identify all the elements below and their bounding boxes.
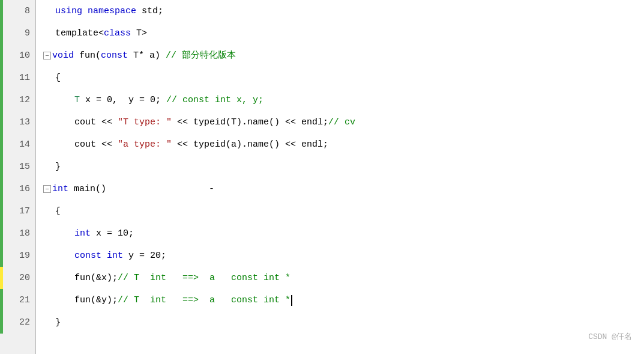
code-line: template<class T>	[41, 22, 644, 44]
code-token: void	[52, 44, 74, 67]
line-number: 22	[3, 311, 35, 334]
code-editor: 8910111213141516171819202122 using names…	[0, 0, 644, 354]
line-number: 17	[3, 200, 35, 222]
code-token	[82, 0, 88, 22]
line-number: 18	[3, 222, 35, 245]
text-cursor	[291, 295, 292, 306]
code-token: int	[52, 178, 68, 200]
code-line: }	[41, 156, 644, 178]
line-number: 19	[3, 245, 35, 267]
code-token: }	[55, 156, 61, 178]
collapse-button[interactable]: −	[43, 52, 51, 60]
line-number: 14	[3, 133, 35, 156]
code-token: template<	[55, 22, 104, 44]
code-token: "T type: "	[118, 111, 172, 133]
code-token: {	[55, 67, 61, 89]
code-line: }	[41, 311, 644, 334]
code-line: fun(&x);// T int ==> a const int *	[41, 267, 644, 289]
line-number-row: 11	[0, 67, 35, 89]
code-token: int	[74, 222, 91, 245]
code-token: using	[55, 0, 82, 22]
line-number: 13	[3, 111, 35, 133]
code-token: <<	[96, 111, 118, 133]
line-number-row: 12	[0, 89, 35, 111]
code-token: const	[101, 44, 128, 67]
code-token: x = 10;	[91, 222, 134, 245]
code-line: cout << "T type: " << typeid(T).name() <…	[41, 111, 644, 133]
code-line: −int main() -	[41, 178, 644, 200]
code-token: int	[107, 245, 123, 267]
code-token: y = 20;	[123, 245, 166, 267]
code-line: {	[41, 67, 644, 89]
code-token	[101, 245, 107, 267]
line-number: 10	[3, 44, 35, 67]
code-line: −void fun(const T* a) // 部分特化版本	[41, 44, 644, 67]
code-token: "a type: "	[118, 133, 172, 156]
line-number: 16	[3, 178, 35, 200]
code-token: main()	[68, 178, 106, 200]
line-number: 15	[3, 156, 35, 178]
code-token: -	[106, 178, 214, 200]
line-number-row: 20	[0, 267, 35, 289]
line-number-row: 22	[0, 311, 35, 334]
line-number-row: 14	[0, 133, 35, 156]
code-token: // T int ==> a const int *	[118, 289, 290, 311]
line-number-row: 9	[0, 22, 35, 44]
code-line: const int y = 20;	[41, 245, 644, 267]
code-token: T*	[128, 44, 144, 67]
code-token: std;	[136, 0, 163, 22]
line-number-row: 16	[0, 178, 35, 200]
code-token: T>	[131, 22, 147, 44]
code-token: << typeid(T).name() << endl;	[172, 111, 328, 133]
line-number-row: 10	[0, 44, 35, 67]
code-token: }	[55, 311, 61, 334]
line-number: 8	[3, 0, 35, 22]
code-token: fun(&x);	[74, 267, 118, 289]
line-number-row: 18	[0, 222, 35, 245]
code-line: {	[41, 200, 644, 222]
code-token: // 部分特化版本	[160, 44, 236, 67]
code-area[interactable]: using namespace std;template<class T>−vo…	[36, 0, 644, 354]
code-token: cout	[74, 133, 96, 156]
line-number: 11	[3, 67, 35, 89]
line-number-row: 15	[0, 156, 35, 178]
line-number-row: 19	[0, 245, 35, 267]
code-token: const	[74, 245, 101, 267]
code-token: namespace	[88, 0, 136, 22]
code-token: <<	[96, 133, 118, 156]
line-number-row: 17	[0, 200, 35, 222]
line-number-row: 21	[0, 289, 35, 311]
code-token: // cv	[328, 111, 355, 133]
code-line: fun(&y);// T int ==> a const int *	[41, 289, 644, 311]
code-line: cout << "a type: " << typeid(a).name() <…	[41, 133, 644, 156]
line-number: 21	[3, 289, 35, 311]
line-number: 9	[3, 22, 35, 44]
line-number-gutter: 8910111213141516171819202122	[0, 0, 36, 354]
code-line: using namespace std;	[41, 0, 644, 22]
code-token: T	[74, 89, 80, 111]
collapse-button[interactable]: −	[43, 185, 51, 193]
code-token: fun(	[74, 44, 101, 67]
code-token: class	[104, 22, 131, 44]
code-token: cout	[74, 111, 96, 133]
line-number: 12	[3, 89, 35, 111]
code-token: {	[55, 200, 61, 222]
code-line: int x = 10;	[41, 222, 644, 245]
watermark: CSDN @仟名	[588, 326, 632, 348]
code-line: T x = 0, y = 0; // const int x, y;	[41, 89, 644, 111]
code-token: // const int x, y;	[166, 89, 263, 111]
code-token: << typeid(a).name() << endl;	[172, 133, 328, 156]
line-number: 20	[3, 267, 35, 289]
code-token: // T int ==> a const int *	[118, 267, 290, 289]
code-token: a)	[144, 44, 160, 67]
line-number-row: 13	[0, 111, 35, 133]
line-number-row: 8	[0, 0, 35, 22]
code-token: fun(&y);	[74, 289, 118, 311]
code-token: x = 0, y = 0;	[80, 89, 166, 111]
